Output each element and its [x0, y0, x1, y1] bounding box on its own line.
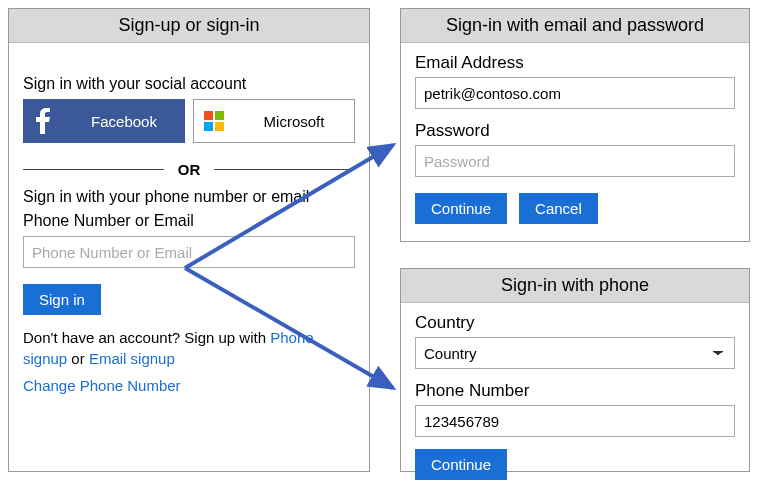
facebook-icon — [23, 108, 63, 134]
or-divider-label: OR — [164, 161, 215, 178]
country-select[interactable]: Country — [415, 337, 735, 369]
microsoft-button-label: Microsoft — [234, 113, 354, 130]
signin-phone-panel: Sign-in with phone Country Country Phone… — [400, 268, 750, 472]
signup-or-text: or — [67, 350, 89, 367]
phone-email-input[interactable] — [23, 236, 355, 268]
email-signup-link[interactable]: Email signup — [89, 350, 175, 367]
microsoft-button[interactable]: Microsoft — [193, 99, 355, 143]
signup-signin-panel: Sign-up or sign-in Sign in with your soc… — [8, 8, 370, 472]
password-label: Password — [415, 121, 735, 141]
svg-rect-1 — [215, 111, 224, 120]
signin-phone-title: Sign-in with phone — [401, 269, 749, 303]
email-address-input[interactable] — [415, 77, 735, 109]
or-divider: OR — [23, 161, 355, 178]
password-input[interactable] — [415, 145, 735, 177]
signup-signin-title: Sign-up or sign-in — [9, 9, 369, 43]
email-continue-button[interactable]: Continue — [415, 193, 507, 224]
sign-in-button[interactable]: Sign in — [23, 284, 101, 315]
svg-rect-2 — [204, 122, 213, 131]
signup-prefix-text: Don't have an account? Sign up with — [23, 329, 270, 346]
svg-rect-3 — [215, 122, 224, 131]
facebook-button[interactable]: Facebook — [23, 99, 185, 143]
phone-email-label: Phone Number or Email — [23, 212, 355, 230]
signin-email-panel: Sign-in with email and password Email Ad… — [400, 8, 750, 242]
email-address-label: Email Address — [415, 53, 735, 73]
phone-number-input[interactable] — [415, 405, 735, 437]
social-sign-in-heading: Sign in with your social account — [23, 75, 355, 93]
signin-email-title: Sign-in with email and password — [401, 9, 749, 43]
phone-continue-button[interactable]: Continue — [415, 449, 507, 480]
svg-rect-0 — [204, 111, 213, 120]
signup-prompt: Don't have an account? Sign up with Phon… — [23, 327, 355, 369]
facebook-button-label: Facebook — [63, 113, 185, 130]
email-cancel-button[interactable]: Cancel — [519, 193, 598, 224]
phone-email-sign-in-heading: Sign in with your phone number or email — [23, 188, 355, 206]
microsoft-icon — [194, 111, 234, 131]
country-label: Country — [415, 313, 735, 333]
phone-number-label: Phone Number — [415, 381, 735, 401]
change-phone-number-link[interactable]: Change Phone Number — [23, 377, 181, 394]
